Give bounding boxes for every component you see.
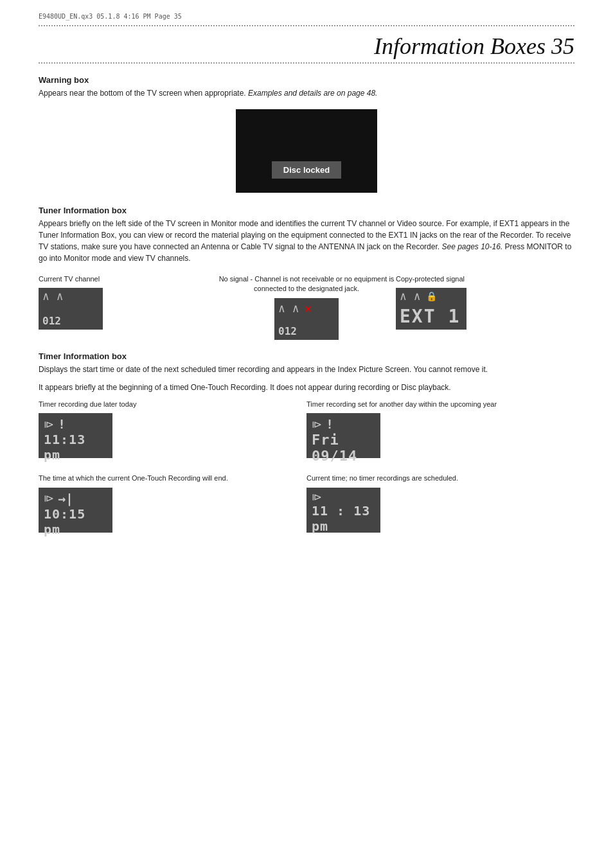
timer-box-heading: Timer Information box (39, 351, 574, 361)
timer-label-today: Timer recording due later today (39, 400, 136, 409)
timer-row-2: The time at which the current One-Touch … (39, 474, 574, 532)
timer-col-otr: The time at which the current One-Touch … (39, 474, 306, 532)
clock-icon-notimer: ⧐ (312, 491, 322, 503)
tuner-antenna-icon: ∧ ∧ (42, 290, 99, 302)
ext-top-row: ∧ ∧ 🔒 (400, 290, 463, 302)
no-signal-x-icon: ✕ (305, 301, 312, 316)
lock-icon: 🔒 (426, 291, 437, 301)
top-dotted-line (39, 25, 574, 26)
clock-icon-today: ⧐ (44, 418, 54, 430)
tuner-label-current: Current TV channel (39, 274, 100, 284)
ext-number: EXT 1 (400, 306, 463, 327)
warning-screen: Disc locked (236, 109, 377, 193)
warning-box-heading: Warning box (39, 75, 574, 85)
timer-screen-otherday: ⧐ ! Fri 09/14 (306, 413, 380, 458)
exclaim-today: ! (58, 416, 66, 432)
tuner-box-heading: Tuner Information box (39, 206, 574, 215)
warning-box-description: Appears near the bottom of the TV screen… (39, 87, 574, 99)
tuner-col-ext: Copy-protected signal ∧ ∧ 🔒 EXT 1 (396, 274, 574, 330)
tuner-screen-ext: ∧ ∧ 🔒 EXT 1 (396, 288, 466, 330)
warning-box-italic: Examples and details are on page 48. (248, 89, 377, 98)
arrow-icon-otr: →| (58, 491, 73, 506)
timer-row-1: Timer recording due later today ⧐ ! 11:1… (39, 400, 574, 458)
page-container: E9480UD_EN.qx3 05.1.8 4:16 PM Page 35 In… (0, 0, 613, 868)
tuner-see-note: See pages 10-16. (441, 242, 502, 251)
timer-time-otr: 10:15 pm (44, 506, 107, 537)
clock-icon-otr: ⧐ (44, 492, 54, 504)
timer-box-desc1: Displays the start time or date of the n… (39, 364, 574, 375)
timer-box-desc2: It appears briefly at the beginning of a… (39, 382, 574, 393)
tuner-label-ext: Copy-protected signal (396, 274, 465, 284)
timer-label-otherday: Timer recording set for another day with… (306, 400, 497, 409)
timer-screen-otr: ⧐ →| 10:15 pm (39, 488, 112, 533)
tuner-box-description: Appears briefly on the left side of the … (39, 218, 574, 264)
timer-label-otr: The time at which the current One-Touch … (39, 474, 228, 483)
warning-demo: Disc locked (39, 109, 574, 193)
timer-time-notimer: 11 : 13 pm (312, 503, 375, 534)
tuner-antenna-nosignal: ∧ ∧ (278, 303, 299, 314)
timer-top-otherday: ⧐ ! (312, 416, 375, 432)
tuner-boxes: Current TV channel ∧ ∧ 012 No signal - C… (39, 274, 574, 340)
timer-col-today: Timer recording due later today ⧐ ! 11:1… (39, 400, 306, 458)
timer-top-notimer: ⧐ (312, 491, 375, 503)
timer-label-notimer: Current time; no timer recordings are sc… (306, 474, 458, 483)
timer-col-notimer: Current time; no timer recordings are sc… (306, 474, 574, 532)
clock-icon-otherday: ⧐ (312, 418, 322, 430)
tuner-col-current: Current TV channel ∧ ∧ 012 (39, 274, 217, 330)
tuner-screen-nosignal: ∧ ∧ ✕ 012 (274, 298, 339, 340)
tuner-antenna-ext: ∧ ∧ (400, 290, 421, 302)
timer-time-today: 11:13 pm (44, 432, 107, 463)
disc-locked-box: Disc locked (272, 161, 341, 179)
timer-date-otherday: Fri 09/14 (312, 432, 375, 464)
page-title-wrap: Information Boxes 35 (39, 33, 574, 60)
tuner-screen-current: ∧ ∧ 012 (39, 288, 103, 330)
tuner-channel-current: 012 (42, 315, 99, 327)
tuner-channel-nosignal: 012 (278, 325, 335, 337)
page-title: Information Boxes 35 (374, 33, 574, 59)
exclaim-otherday: ! (326, 416, 333, 432)
timer-col-otherday: Timer recording set for another day with… (306, 400, 574, 458)
top-meta: E9480UD_EN.qx3 05.1.8 4:16 PM Page 35 (39, 13, 574, 20)
tuner-label-nosignal: No signal - Channel is not receivable or… (217, 274, 396, 294)
timer-screen-notimer: ⧐ 11 : 13 pm (306, 488, 380, 533)
timer-top-otr: ⧐ →| (44, 491, 107, 506)
timer-top-today: ⧐ ! (44, 416, 107, 432)
timer-screen-today: ⧐ ! 11:13 pm (39, 413, 112, 458)
tuner-col-nosignal: No signal - Channel is not receivable or… (217, 274, 396, 340)
below-title-dotted-line (39, 62, 574, 64)
